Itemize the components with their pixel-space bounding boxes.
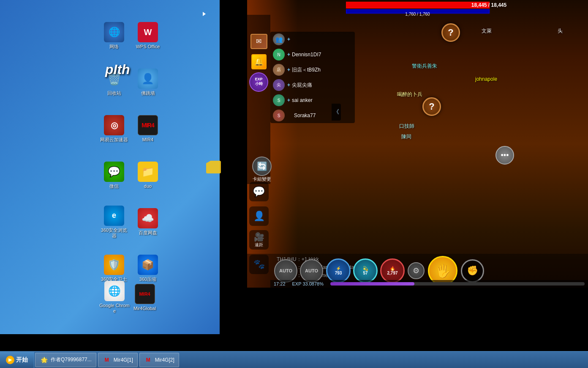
character-icon: 👤	[253, 211, 265, 222]
avatar-4: S	[273, 94, 285, 106]
desktop-icon-mir4[interactable]: MIR4 MIR4	[131, 106, 165, 152]
desktop-icon-recycle[interactable]: 🗑️ 回收站	[97, 59, 131, 106]
mir4-icon: MIR4	[138, 115, 158, 135]
chat-button[interactable]: 💬	[249, 182, 269, 201]
desktop-icon-fotiaoqiang[interactable]: 👤 佛跳墙	[131, 59, 165, 106]
auto-skill-button[interactable]: AUTO	[300, 259, 323, 283]
npc-label-johnapole: johnapole	[475, 76, 497, 82]
desktop-icon-duo[interactable]: 📁 duo	[131, 152, 165, 199]
avatar-3: 尖	[273, 79, 285, 91]
party-member-3[interactable]: 尖 + 尖屁尖痛	[270, 77, 355, 93]
party-group-icon: 👥	[273, 33, 285, 45]
auto-battle-button[interactable]: AUTO	[274, 259, 297, 283]
taskbar-item-mir4-2[interactable]: M Mir4G[2]	[139, 353, 179, 367]
bottom-status-bar: 17:22 EXP 33.0878%	[270, 280, 588, 288]
desktop-icon-360browser[interactable]: e 360安全浏览器	[97, 199, 131, 245]
skill-button-3[interactable]: 🔥 2,797	[380, 258, 405, 283]
card-change-button[interactable]: 🔄 卡組變更	[247, 157, 277, 182]
npc-label-chen: 陳同	[401, 133, 411, 140]
duo-label: duo	[144, 184, 152, 189]
question-button-1[interactable]: ?	[441, 23, 460, 42]
exp-button[interactable]: EXP 小時	[249, 72, 268, 91]
skill-button-1[interactable]: ⚡ 793	[326, 258, 351, 283]
recycle-label: 回收站	[107, 91, 121, 96]
notification-button[interactable]: 🔔	[249, 52, 268, 71]
taskbar-item-mir4-1[interactable]: M Mir4G[1]	[98, 353, 138, 367]
mouse-cursor	[203, 12, 211, 20]
menu-dots-button[interactable]: •••	[495, 146, 514, 165]
camera-button[interactable]: 🎥 遠距	[249, 230, 269, 250]
party-member-2[interactable]: 店 + 旧店＜tB9Zh	[270, 62, 355, 77]
recycle-icon: 🗑️	[104, 69, 124, 89]
start-icon: ▶	[6, 356, 14, 364]
mir4-2-icon: M	[144, 356, 152, 364]
sp-text: 1,760 / 1,760	[405, 12, 430, 16]
skill-button-2[interactable]: 💫 57	[353, 258, 378, 283]
wechat-icon: 💬	[104, 162, 124, 182]
skill-icon-2: 💫	[363, 266, 368, 271]
npc-label-mouth: 口技師	[399, 123, 414, 130]
chat-icon: 💬	[253, 186, 265, 198]
avatar-2: 店	[273, 64, 285, 76]
camera-icon: 🎥	[254, 232, 264, 242]
card-change-icon: 🔄	[252, 157, 272, 176]
npc-label-police: 警衛兵善朱	[412, 63, 437, 70]
exp-icon: EXP 小時	[249, 72, 268, 92]
mail-button[interactable]: ✉	[249, 32, 268, 51]
mir4-2-label: Mir4G[2]	[155, 357, 174, 363]
camera-label: 遠距	[255, 242, 263, 248]
avatar-5: S	[273, 110, 285, 121]
mir4global-icon: MIR4	[135, 284, 155, 304]
party-member-4[interactable]: S + sai anker	[270, 93, 355, 108]
party-panel: 👥 + N + Dennisn1DI7 店 + 旧店＜tB9Zh 尖 + 尖屁尖…	[270, 32, 355, 123]
settings-button[interactable]: ⚙	[408, 262, 425, 279]
taskbar-item-author[interactable]: 🌟 作者Q79996877...	[35, 353, 96, 367]
game-hud-top: 18,445 / 18,445 1,760 / 1,760	[247, 0, 588, 15]
wps-label: WPS Office	[136, 44, 160, 49]
360browser-icon: e	[104, 206, 124, 226]
desktop-icon-network[interactable]: 🌐 网络	[97, 13, 131, 59]
game-area: 18,445 / 18,445 1,760 / 1,760 ✉ 🔔 EXP 小時…	[247, 0, 588, 288]
desktop-icon-163[interactable]: ◎ 网易云加速器	[97, 106, 131, 152]
desktop-icon-mir4global[interactable]: MIR4 Mir4Global	[132, 279, 158, 316]
skill-count-1: 793	[335, 271, 342, 275]
settings-icon: ⚙	[413, 266, 419, 275]
mail-icon: ✉	[250, 34, 267, 49]
party-member-1[interactable]: N + Dennisn1DI7	[270, 47, 355, 62]
sp-bar: 1,760 / 1,760	[346, 9, 490, 14]
360browser-label: 360安全浏览器	[99, 228, 129, 239]
npc-label-drunk: 喝醉的卜兵	[397, 91, 422, 98]
member-name-5: Soraka77	[294, 113, 316, 118]
member-name-1: Dennisn1DI7	[292, 52, 321, 58]
skill-icon-1: ⚡	[336, 266, 341, 271]
hp-text: 18,445 / 18,445	[418, 2, 561, 8]
chrome-label: Google Chrome	[99, 303, 130, 314]
taskbar: ▶ 开始 🌟 作者Q79996877... M Mir4G[1] M Mir4G…	[0, 351, 588, 368]
mir4-1-label: Mir4G[1]	[114, 357, 133, 363]
party-member-5[interactable]: S Soraka77	[270, 108, 355, 123]
desktop-icon-wechat[interactable]: 💬 微信	[97, 152, 131, 199]
npc-label-brunei: 文萊	[482, 27, 492, 35]
wechat-label: 微信	[109, 184, 119, 189]
member-name-4: sai anker	[292, 97, 313, 103]
bell-icon: 🔔	[251, 54, 267, 69]
desktop-icon-wps[interactable]: W WPS Office	[131, 13, 165, 59]
question-button-2[interactable]: ?	[422, 97, 441, 116]
member-name-2: 旧店＜tB9Zh	[292, 66, 321, 74]
163-label: 网易云加速器	[100, 137, 128, 143]
baidunetdisk-icon: ☁️	[138, 208, 158, 228]
desktop-icon-baidunetdisk[interactable]: ☁️ 百度网盘	[131, 199, 165, 245]
baidunetdisk-label: 百度网盘	[139, 230, 157, 236]
desktop-icon-chrome[interactable]: 🌐 Google Chrome	[97, 279, 132, 316]
character-button[interactable]: 👤	[249, 206, 269, 226]
action-button-2[interactable]: ✊	[461, 259, 484, 283]
360zip-icon: 📦	[138, 255, 158, 275]
mir4-label: MIR4	[142, 137, 153, 143]
hp-bar: 18,445 / 18,445	[346, 2, 490, 8]
start-button[interactable]: ▶ 开始	[0, 352, 34, 368]
avatar-1: N	[273, 49, 285, 60]
skill-count-3: 2,797	[387, 271, 397, 275]
360guard-icon: 🛡️	[104, 255, 124, 275]
collapse-panel-button[interactable]: 《	[332, 104, 341, 121]
hand-icon-2: ✊	[467, 265, 478, 276]
